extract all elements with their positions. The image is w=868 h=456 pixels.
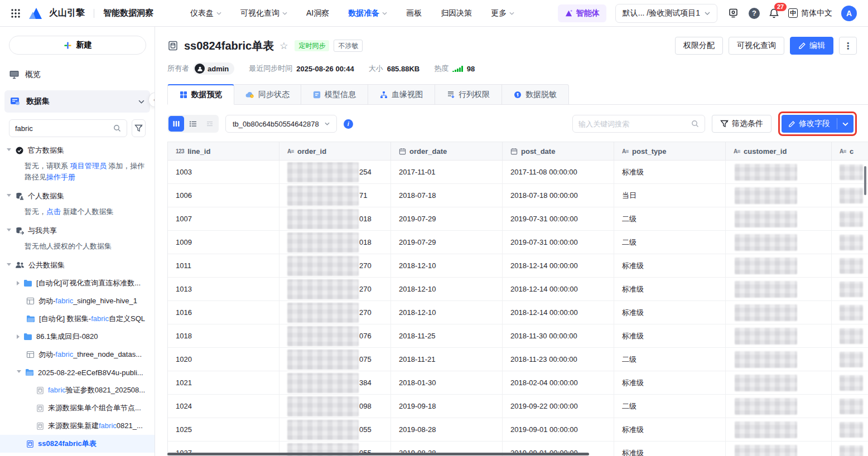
language-switcher[interactable]: 中 简体中文	[788, 8, 832, 18]
tree-caret-icon[interactable]	[7, 194, 11, 199]
apps-grid-icon[interactable]	[9, 7, 22, 20]
nav-item-visual-query[interactable]: 可视化查询	[240, 8, 287, 18]
new-button[interactable]: 新建	[9, 36, 146, 55]
sidebar-item-dataset[interactable]: 数据集	[4, 90, 150, 113]
agent-button[interactable]: 智能体	[558, 4, 606, 22]
sidebar-search-input[interactable]	[15, 124, 113, 133]
sidebar-filter-button[interactable]	[132, 119, 146, 137]
table-row: 10240982019-09-182019-09-22 00:00:00二级	[168, 395, 868, 418]
tab-model-info[interactable]: 模型信息	[301, 84, 368, 105]
tree-item-folder-2025-08-22-publi[interactable]: 2025-08-22-eECefB8V4u-publi...	[0, 363, 155, 381]
project-selector[interactable]: 默认... /验收测试项目1	[615, 4, 717, 23]
redacted-block	[840, 235, 863, 250]
modify-fields-dropdown-button[interactable]	[837, 115, 853, 133]
column-header-line_id: 123line_id	[168, 142, 279, 160]
info-icon[interactable]: i	[344, 119, 353, 129]
redacted-block	[287, 396, 359, 416]
list-view-button[interactable]	[185, 116, 201, 132]
redacted-block	[840, 211, 863, 227]
tree-caret-icon[interactable]	[7, 148, 11, 153]
tab-label: 模型信息	[325, 90, 356, 100]
column-name: order_date	[409, 147, 447, 156]
nav-item-data-prep[interactable]: 数据准备	[348, 8, 387, 18]
link-official-empty-hint[interactable]: 项目管理员	[70, 162, 107, 170]
cell-customer-id	[726, 324, 832, 347]
nav-label-more: 更多	[491, 8, 507, 18]
compact-view-button[interactable]	[202, 116, 218, 132]
nav-item-more[interactable]: 更多	[491, 8, 514, 18]
horizontal-scrollbar[interactable]	[167, 453, 589, 455]
sidebar-item-overview[interactable]: 概览	[0, 64, 155, 86]
cell-post-type: 标准级	[614, 254, 726, 277]
redacted-block	[287, 232, 359, 253]
column-type-text-icon: A≡	[840, 148, 846, 154]
cell-customer-id	[726, 184, 832, 207]
tree-caret-icon[interactable]	[17, 281, 20, 285]
tree-item-dataset-ss0824-fabric[interactable]: ss0824fabric单表	[0, 435, 155, 453]
data-preview-table: 123line_idA≡order_idorder_datepost_dateA…	[167, 142, 868, 456]
edit-button[interactable]: 编辑	[790, 37, 833, 55]
tree-caret-icon[interactable]	[17, 370, 21, 375]
nav-item-board[interactable]: 画板	[406, 8, 422, 18]
tree-caret-icon[interactable]	[17, 334, 20, 339]
cell-order-id: 384	[279, 371, 391, 394]
tree-item-dataset-source-single-combo[interactable]: 来源数据集单个组合单节点...	[0, 399, 155, 417]
tree-item-public-datasets[interactable]: 公共数据集	[0, 256, 155, 274]
device-monitor-icon[interactable]	[726, 7, 740, 20]
non-sensitive-badge: 不涉敏	[334, 40, 363, 52]
table-toolbar: tb_0b80c64b50554642878 i 筛选条件	[167, 111, 868, 136]
table-selector-dropdown[interactable]: tb_0b80c64b50554642878	[225, 115, 337, 133]
permission-button[interactable]: 权限分配	[675, 37, 723, 55]
nav-item-attribution[interactable]: 归因决策	[441, 8, 472, 18]
tree-item-shared-with-me[interactable]: 与我共享	[0, 222, 155, 240]
doc-icon	[36, 422, 44, 430]
app-window: 火山引擎 智能数据洞察 仪表盘可视化查询AI洞察数据准备画板归因决策更多 智能体…	[0, 0, 868, 456]
keyword-search-input[interactable]	[578, 120, 691, 128]
cell-order-id: 71	[279, 184, 391, 207]
cell-post-date: 2019-07-31 00:00:00	[503, 207, 614, 230]
tree-item-personal-datasets[interactable]: 个人数据集	[0, 187, 155, 205]
notifications-button[interactable]: 27	[769, 8, 779, 19]
link-official-empty-hint[interactable]: 操作手册	[46, 173, 75, 181]
visual-query-button[interactable]: 可视化查询	[729, 37, 784, 55]
nav-item-ai-insight[interactable]: AI洞察	[306, 8, 329, 18]
tree-caret-icon[interactable]	[7, 229, 11, 234]
tab-sync-status[interactable]: 同步状态	[234, 84, 301, 105]
tree-item-folder-86-regression[interactable]: 86.1集成回归-0820	[0, 328, 155, 346]
chevron-down-icon	[216, 12, 221, 15]
tree-item-folder-auto-visual-query[interactable]: [自动化]可视化查询直连标准数...	[0, 274, 155, 292]
modify-fields-button[interactable]: 修改字段	[782, 115, 837, 133]
help-icon[interactable]: ?	[749, 8, 760, 19]
tab-row-col-perms[interactable]: 行列权限	[435, 84, 502, 105]
vertical-scrollbar[interactable]	[864, 166, 866, 195]
redacted-block	[287, 373, 359, 393]
user-avatar[interactable]: A	[841, 6, 857, 21]
tree-item-label: 个人数据集	[28, 191, 64, 201]
cell-order-id: 270	[279, 301, 391, 324]
cell-line-id: 1021	[168, 371, 279, 394]
nav-item-dashboard[interactable]: 仪表盘	[190, 8, 221, 18]
column-view-button[interactable]	[168, 116, 184, 132]
tree-item-folder-auto-dataset-sql[interactable]: [自动化] 数据集-fabric自定义SQL	[0, 310, 155, 328]
order-id-visible-digits: 270	[359, 261, 372, 270]
tree-caret-icon[interactable]	[7, 263, 11, 268]
tab-data-masking[interactable]: 数据脱敏	[502, 84, 569, 105]
link-personal-empty-hint[interactable]: 点击	[46, 207, 61, 216]
cell-c	[832, 418, 868, 441]
more-actions-button[interactable]: ⋮	[839, 37, 857, 55]
tree-item-official-datasets[interactable]: 官方数据集	[0, 142, 155, 159]
star-icon[interactable]: ☆	[279, 40, 288, 52]
column-name: post_type	[632, 147, 666, 156]
main-panel: ss0824fabric单表 ☆ 定时同步 不涉敏 权限分配 可视化查询 编辑 …	[155, 27, 868, 456]
nav-label-data-prep: 数据准备	[348, 8, 379, 18]
filter-condition-button[interactable]: 筛选条件	[712, 115, 771, 133]
tab-lineage-view[interactable]: 血缘视图	[368, 84, 435, 105]
redacted-block	[735, 164, 797, 181]
tree-item-dataset-fabric-verify-params[interactable]: fabric验证参数0821_202508...	[0, 381, 155, 399]
redacted-block	[840, 164, 863, 180]
tree-item-dataset-source-new-fabric[interactable]: 来源数据集新建fabric0821_...	[0, 417, 155, 435]
tree-item-label: fabric验证参数0821_202508...	[48, 385, 145, 395]
tree-item-dataset-fabric-single-hive[interactable]: 勿动-fabric_single_hive-hive_1	[0, 292, 155, 310]
tab-data-preview[interactable]: 数据预览	[167, 84, 234, 105]
tree-item-dataset-fabric-three-node[interactable]: 勿动-fabric_three_node_datas...	[0, 346, 155, 363]
